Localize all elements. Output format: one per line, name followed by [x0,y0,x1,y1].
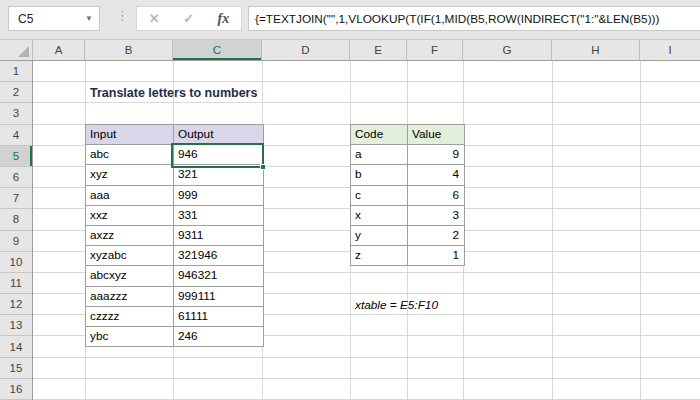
cell-c14[interactable]: 246 [174,326,264,346]
active-cell-selection[interactable] [171,143,264,168]
insert-function-icon[interactable]: fx [218,11,230,27]
table-row: xyzabc 321946 [86,246,264,266]
cell-c11[interactable]: 946321 [174,266,264,286]
row-header-9[interactable]: 9 [0,231,32,252]
cell-f8[interactable]: 3 [408,205,465,225]
excel-spreadsheet: { "formula_bar": { "name_box": "C5", "fo… [0,0,700,400]
cell-c12[interactable]: 999111 [174,286,264,306]
row-header-10[interactable]: 10 [0,252,32,273]
cell-c13[interactable]: 61111 [174,306,264,326]
row-header-8[interactable]: 8 [0,209,32,230]
code-value-table: Code Value a 9 b 4 c 6 x 3 y 2 z 1 [350,124,465,266]
cell-b10[interactable]: xyzabc [86,246,174,266]
cell-f7[interactable]: 6 [408,185,465,205]
cell-c7[interactable]: 999 [174,185,264,205]
cell-b12[interactable]: aaazzz [86,286,174,306]
row-header-2[interactable]: 2 [0,82,32,103]
cell-f6[interactable]: 4 [408,165,465,185]
row-header-11[interactable]: 11 [0,273,32,294]
formula-buttons: ✕ ✓ fx [136,6,242,31]
row-header-7[interactable]: 7 [0,188,32,209]
cell-e7[interactable]: c [351,185,408,205]
column-header-a[interactable]: A [33,40,85,60]
column-header-d[interactable]: D [262,40,350,60]
formula-text: {=TEXTJOIN("",1,VLOOKUP(T(IF(1,MID(B5,RO… [255,12,659,26]
cell-b5[interactable]: abc [86,145,174,165]
value-header[interactable]: Value [408,125,465,145]
table-row: aaa 999 [86,185,264,205]
cell-c9[interactable]: 9311 [174,225,264,245]
name-box-value: C5 [18,12,33,26]
code-header[interactable]: Code [351,125,408,145]
cell-b7[interactable]: aaa [86,185,174,205]
select-all-button[interactable] [0,40,33,60]
gridline [552,61,553,400]
select-all-icon [18,46,29,57]
cell-b9[interactable]: axzz [86,225,174,245]
table-row: czzzz 61111 [86,306,264,326]
fill-handle[interactable] [260,164,266,170]
row-header-1[interactable]: 1 [0,61,32,82]
formula-bar-strip: C5 ▼ ⋮ ✕ ✓ fx {=TEXTJOIN("",1,VLOOKUP(T(… [0,0,700,40]
table-row: c 6 [351,185,465,205]
cell-e5[interactable]: a [351,145,408,165]
cell-e9[interactable]: y [351,225,408,245]
cell-b8[interactable]: xxz [86,205,174,225]
column-header-b[interactable]: B [85,40,173,60]
range-note[interactable]: xtable = E5:F10 [355,298,438,312]
row-header-13[interactable]: 13 [0,315,32,336]
table-row: y 2 [351,225,465,245]
separator-dots-icon: ⋮ [116,8,128,23]
table-row: xxz 331 [86,205,264,225]
row-header-15[interactable]: 15 [0,358,32,379]
column-header-c[interactable]: C [173,40,262,60]
column-header-h[interactable]: H [552,40,640,60]
table-header-row: Input Output [86,125,264,145]
cell-b13[interactable]: czzzz [86,306,174,326]
cell-c8[interactable]: 331 [174,205,264,225]
cell-e6[interactable]: b [351,165,408,185]
cell-b11[interactable]: abcxyz [86,266,174,286]
column-header-g[interactable]: G [463,40,552,60]
cell-b6[interactable]: xyz [86,165,174,185]
row-header-12[interactable]: 12 [0,294,32,315]
cell-f9[interactable]: 2 [408,225,465,245]
enter-icon[interactable]: ✓ [183,11,194,26]
column-header-f[interactable]: F [407,40,463,60]
cell-c10[interactable]: 321946 [174,246,264,266]
row-headers: 1 2 3 4 5 6 7 8 9 10 11 12 13 14 15 16 [0,61,33,400]
io-header-input[interactable]: Input [86,125,174,145]
cell-f10[interactable]: 1 [408,246,465,266]
table-row: b 4 [351,165,465,185]
formula-input[interactable]: {=TEXTJOIN("",1,VLOOKUP(T(IF(1,MID(B5,RO… [248,6,700,31]
column-header-i[interactable]: I [640,40,700,60]
row-header-14[interactable]: 14 [0,336,32,357]
table-row: axzz 9311 [86,225,264,245]
table-row: z 1 [351,246,465,266]
worksheet-title[interactable]: Translate letters to numbers [90,86,257,100]
io-header-output[interactable]: Output [174,125,264,145]
table-row: a 9 [351,145,465,165]
cell-f5[interactable]: 9 [408,145,465,165]
name-box[interactable]: C5 ▼ [8,6,100,31]
cell-e8[interactable]: x [351,205,408,225]
cancel-icon[interactable]: ✕ [149,11,160,26]
table-row: abcxyz 946321 [86,266,264,286]
name-box-dropdown-icon[interactable]: ▼ [85,14,93,23]
row-header-3[interactable]: 3 [0,103,32,124]
table-header-row: Code Value [351,125,465,145]
row-header-16[interactable]: 16 [0,379,32,400]
cell-e10[interactable]: z [351,246,408,266]
table-row: x 3 [351,205,465,225]
cell-b14[interactable]: ybc [86,326,174,346]
table-row: aaazzz 999111 [86,286,264,306]
row-header-4[interactable]: 4 [0,125,32,146]
row-header-5[interactable]: 5 [0,146,32,167]
gridline [640,61,641,400]
table-row: ybc 246 [86,326,264,346]
column-header-e[interactable]: E [350,40,407,60]
row-header-6[interactable]: 6 [0,167,32,188]
column-headers: A B C D E F G H I [0,40,700,61]
